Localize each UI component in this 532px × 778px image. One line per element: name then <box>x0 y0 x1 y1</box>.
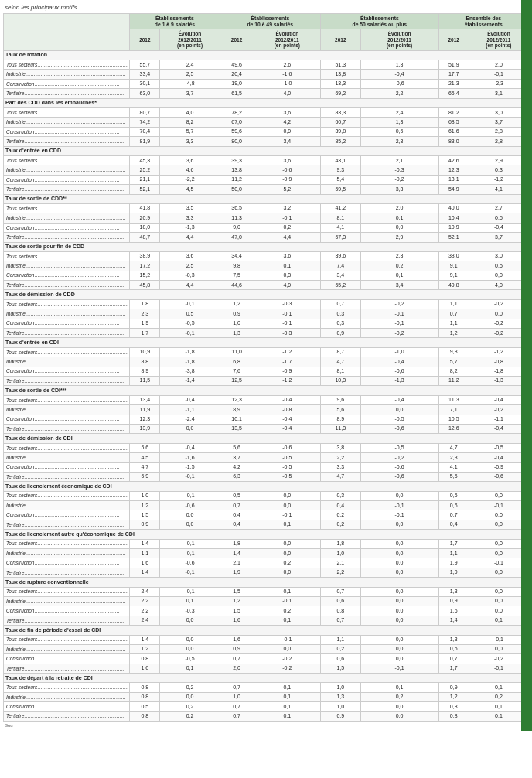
table-title: selon les principaux motifs <box>3 2 529 13</box>
data-cell: 74,2 <box>130 118 160 127</box>
table-row: Tous secteurs………………………………………………45,33,639… <box>4 156 529 165</box>
section-header-12: Taux de fin de période d'essai de CDI <box>4 626 529 635</box>
data-cell: -2,4 <box>160 415 220 424</box>
data-cell: -0,2 <box>360 299 438 309</box>
data-cell: 0,2 <box>254 606 320 616</box>
data-cell: -0,1 <box>360 510 438 520</box>
row-label: Industrie…………………………………………………… <box>4 453 130 462</box>
data-cell: 13,3 <box>321 79 360 88</box>
data-cell: 3,0 <box>469 251 528 261</box>
table-row: Tous secteurs………………………………………………1,0-0,10,… <box>4 491 529 500</box>
table-row: Tertiaire……………………………………………………63,03,761,5… <box>4 89 529 98</box>
row-label: Industrie…………………………………………………… <box>4 261 130 271</box>
data-cell: 3,4 <box>360 281 438 290</box>
table-row: Construction……………………………………………18,0-1,39,0… <box>4 223 529 232</box>
data-cell: 1,4 <box>130 635 160 644</box>
data-cell: 3,4 <box>321 271 360 280</box>
data-cell: -0,1 <box>254 635 320 644</box>
data-cell: 0,2 <box>254 558 320 568</box>
data-cell: 59,5 <box>321 185 360 194</box>
data-cell: -0,3 <box>360 165 438 175</box>
data-cell: 2,3 <box>360 251 438 261</box>
data-cell: 1,1 <box>130 549 160 558</box>
data-cell: 3,3 <box>360 185 438 194</box>
data-cell: 4,1 <box>469 185 528 194</box>
data-cell: 1,9 <box>438 568 469 577</box>
data-cell: 0,0 <box>469 606 528 616</box>
table-row: Industrie……………………………………………………33,42,520,4… <box>4 70 529 79</box>
data-cell: -0,4 <box>360 70 438 79</box>
data-cell: -1,2 <box>254 347 320 357</box>
table-row: Tertiaire……………………………………………………48,74,447,0… <box>4 233 529 242</box>
data-cell: 2,1 <box>220 558 254 568</box>
data-cell: 0,8 <box>130 683 160 692</box>
table-row: Tous secteurs………………………………………………2,4-0,11,… <box>4 587 529 596</box>
data-cell: 0,1 <box>469 616 528 625</box>
data-cell: 11,5 <box>130 376 160 385</box>
table-row: Industrie……………………………………………………74,28,267,0… <box>4 118 529 127</box>
data-cell: 0,0 <box>469 549 528 558</box>
data-cell: -0,1 <box>360 309 438 319</box>
data-cell: -4,8 <box>160 79 220 88</box>
data-cell: -1,2 <box>469 347 528 357</box>
data-cell: 68,5 <box>438 118 469 127</box>
data-cell: 0,2 <box>321 520 360 529</box>
data-cell: 3,8 <box>321 443 360 452</box>
data-cell: 1,5 <box>220 606 254 616</box>
data-cell: 0,6 <box>321 654 360 664</box>
table-row: Industrie……………………………………………………11,9-1,18,9… <box>4 405 529 415</box>
data-cell: 4,4 <box>160 233 220 242</box>
data-cell: 5,2 <box>254 185 320 194</box>
data-cell: 1,1 <box>438 319 469 328</box>
data-cell: 0,7 <box>438 654 469 664</box>
data-cell: 13,8 <box>220 165 254 175</box>
data-cell: -0,4 <box>469 395 528 404</box>
data-cell: 12,3 <box>130 415 160 424</box>
data-cell: 12,5 <box>220 376 254 385</box>
data-cell: -0,4 <box>469 223 528 232</box>
data-cell: 78,2 <box>220 108 254 118</box>
data-cell: 9,8 <box>438 347 469 357</box>
data-cell: 13,5 <box>220 424 254 433</box>
col-2012-4: 2012 <box>438 29 469 50</box>
data-cell: 3,6 <box>160 156 220 165</box>
data-cell: 1,7 <box>130 329 160 338</box>
data-cell: 1,0 <box>220 319 254 328</box>
data-cell: 2,2 <box>321 568 360 577</box>
data-cell: -0,6 <box>360 367 438 376</box>
row-label: Tous secteurs……………………………………………… <box>4 443 130 452</box>
table-row: Construction……………………………………………15,2-0,37,5… <box>4 271 529 280</box>
data-cell: 17,2 <box>130 261 160 271</box>
data-cell: 0,1 <box>469 702 528 711</box>
data-cell: 1,2 <box>220 596 254 606</box>
data-cell: 4,5 <box>160 185 220 194</box>
data-cell: 2,1 <box>360 156 438 165</box>
data-cell: 41,2 <box>321 203 360 213</box>
col-evol-1: Évolution2012/2011(en points) <box>160 29 220 50</box>
data-cell: 8,1 <box>321 213 360 223</box>
data-cell: 9,6 <box>321 395 360 404</box>
data-cell: 0,5 <box>160 309 220 319</box>
data-cell: 4,2 <box>254 118 320 127</box>
data-cell: 4,6 <box>160 165 220 175</box>
col-evol-2: Évolution2012/2011(en points) <box>254 29 320 50</box>
data-cell: 7,4 <box>321 261 360 271</box>
row-label: Construction…………………………………………… <box>4 558 130 568</box>
data-cell: -0,1 <box>160 491 220 500</box>
group-header-2: Établissementsde 10 à 49 salariés <box>220 14 321 29</box>
data-cell: 4,0 <box>160 108 220 118</box>
data-cell: 2,8 <box>469 137 528 146</box>
data-cell: 0,0 <box>469 596 528 606</box>
table-row: Industrie……………………………………………………25,24,613,8… <box>4 165 529 175</box>
data-cell: 61,5 <box>220 89 254 98</box>
data-cell: 0,5 <box>220 491 254 500</box>
data-cell: 0,9 <box>321 329 360 338</box>
data-cell: 55,7 <box>130 60 160 70</box>
data-cell: 2,7 <box>469 203 528 213</box>
data-cell: 8,9 <box>321 415 360 424</box>
data-cell: 0,0 <box>160 644 220 653</box>
data-cell: -0,1 <box>254 510 320 520</box>
data-cell: 0,0 <box>469 644 528 653</box>
data-cell: 0,1 <box>254 520 320 529</box>
table-row: Tertiaire……………………………………………………1,60,12,0-0… <box>4 664 529 673</box>
